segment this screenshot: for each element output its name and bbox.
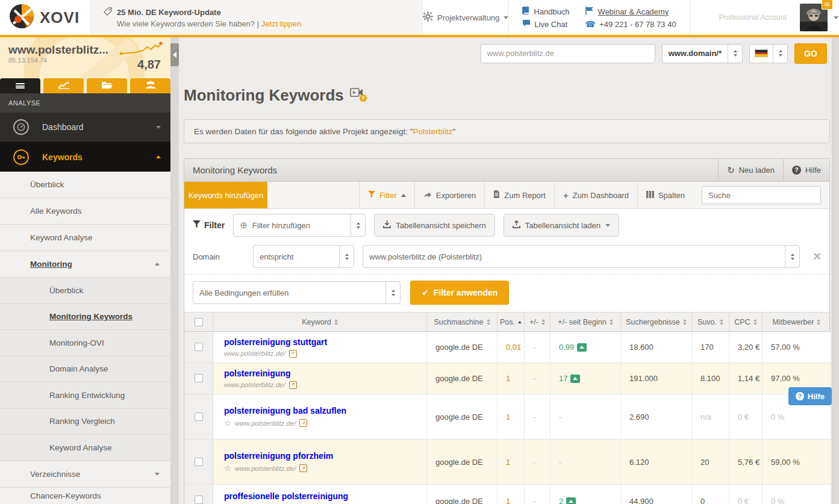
external-link-icon[interactable]: ↗ bbox=[289, 381, 297, 389]
row-checkbox[interactable] bbox=[195, 412, 203, 421]
col-suvo[interactable]: Suvo. bbox=[692, 313, 729, 331]
col-suchergebnisse[interactable]: Suchergebnisse bbox=[621, 313, 692, 331]
sidebar-item-monitoring-keyword-analyse[interactable]: Keyword Analyse bbox=[0, 435, 170, 461]
filter-toggle-button[interactable]: Filter bbox=[359, 182, 414, 208]
sidebar-item-alle-keywords[interactable]: Alle Keywords bbox=[0, 198, 170, 225]
star-icon[interactable]: ☆ bbox=[224, 418, 231, 428]
spinner-arrows-icon[interactable] bbox=[339, 246, 354, 267]
export-button[interactable]: Exportieren bbox=[414, 182, 484, 208]
keyword-link[interactable]: proffesionelle polsterreinigung bbox=[224, 491, 348, 501]
sort-icon bbox=[817, 319, 820, 325]
external-link-icon[interactable]: ↗ bbox=[299, 464, 307, 472]
save-table-view-button[interactable]: Tabellenansicht speichern bbox=[374, 214, 495, 237]
domain-pattern-select[interactable]: www.domain/* bbox=[662, 44, 743, 63]
account-chevron-down-icon[interactable] bbox=[834, 16, 838, 19]
col-cpc[interactable]: CPC bbox=[729, 313, 763, 331]
sidebar-section-analyse: ANALYSE bbox=[0, 93, 170, 113]
col-change[interactable]: +/- bbox=[525, 313, 550, 331]
col-pos[interactable]: Pos. bbox=[497, 313, 525, 331]
live-chat-link[interactable]: Live Chat bbox=[522, 19, 569, 29]
handbuch-link[interactable]: Handbuch bbox=[522, 6, 569, 17]
sidebar-item-ueberblick[interactable]: Überblick bbox=[0, 172, 170, 198]
row-checkbox[interactable] bbox=[195, 496, 203, 504]
table-search-input[interactable] bbox=[702, 186, 821, 204]
load-table-view-button[interactable]: Tabellenansicht laden bbox=[504, 214, 619, 237]
sidebar-item-keywords[interactable]: Keywords bbox=[0, 142, 170, 172]
panel-title: Monitoring Keywords bbox=[184, 165, 718, 175]
apply-filter-button[interactable]: ✔ Filter anwenden bbox=[410, 281, 509, 305]
announcement-banner: 25 Mio. DE Keyword-Update Wie viele Keyw… bbox=[90, 0, 423, 35]
mail-badge-icon[interactable]: ✉ bbox=[822, 0, 833, 10]
spinner-arrows-icon[interactable] bbox=[351, 214, 365, 236]
sidebar-item-verzeichnisse[interactable]: Verzeichnisse bbox=[0, 461, 170, 488]
col-suchmaschine[interactable]: Suchmaschine bbox=[427, 313, 497, 331]
panel-help-button[interactable]: ? Hilfe bbox=[783, 159, 829, 181]
project-card: www.polsterblitz... 85.13.154.74 4,87 bbox=[0, 37, 170, 78]
keyword-link[interactable]: polsterreinigung stuttgart bbox=[224, 337, 327, 347]
remove-filter-icon[interactable]: × bbox=[813, 250, 821, 263]
sidebar-item-chancen-keywords[interactable]: Chancen-Keywords bbox=[0, 488, 170, 504]
col-since-begin[interactable]: +/- seit Beginn bbox=[550, 313, 621, 331]
spinner-arrows-icon[interactable] bbox=[773, 45, 787, 63]
chart-icon bbox=[58, 81, 70, 92]
to-dashboard-button[interactable]: + Zum Dashboard bbox=[554, 182, 637, 208]
floating-help-button[interactable]: ? Hilfe bbox=[788, 387, 832, 405]
star-icon[interactable]: ☆ bbox=[224, 464, 231, 473]
video-tutorial-icon[interactable]: ? bbox=[350, 87, 363, 100]
tab-projects[interactable] bbox=[87, 78, 127, 93]
gear-icon bbox=[423, 11, 433, 23]
row-checkbox[interactable] bbox=[195, 458, 203, 466]
avatar[interactable]: ✉ bbox=[800, 4, 828, 31]
keyword-link[interactable]: polsterreinigung bad salzuflen bbox=[224, 406, 346, 415]
sidebar-item-monitoring-ovi[interactable]: Monitoring-OVI bbox=[0, 330, 170, 356]
announcement-link[interactable]: Jetzt tippen bbox=[261, 19, 302, 28]
spinner-arrows-icon[interactable] bbox=[728, 45, 742, 63]
col-keyword[interactable]: Keyword bbox=[213, 313, 427, 331]
domain-search-input[interactable] bbox=[481, 44, 655, 63]
webinar-academy-link[interactable]: Webinar & Academy bbox=[585, 6, 676, 17]
announcement-title: 25 Mio. DE Keyword-Update bbox=[117, 8, 221, 17]
keyword-link[interactable]: polsterreinigung pforzheim bbox=[224, 451, 333, 461]
funnel-icon bbox=[368, 191, 375, 200]
conditions-select[interactable]: Alle Bedingungen erfüllen bbox=[193, 281, 401, 304]
phone-number[interactable]: ☎ +49 221 - 67 78 73 40 bbox=[585, 19, 676, 29]
external-link-icon[interactable]: ↗ bbox=[289, 350, 297, 358]
spinner-arrows-icon[interactable] bbox=[785, 246, 799, 267]
to-report-button[interactable]: Zum Report bbox=[484, 182, 554, 208]
sidebar-item-dashboard[interactable]: Dashboard bbox=[0, 113, 170, 142]
sidebar-item-domain-analyse[interactable]: Domain Analyse bbox=[0, 356, 170, 383]
row-checkbox[interactable] bbox=[195, 343, 203, 351]
sidebar-item-keyword-analyse[interactable]: Keyword Analyse bbox=[0, 225, 170, 251]
add-filter-select[interactable]: ⊕ Filter hinzufügen bbox=[233, 214, 366, 237]
keyword-link[interactable]: polsterreinigung bbox=[224, 369, 290, 378]
plus-circle-icon: ⊕ bbox=[240, 220, 248, 231]
projektverwaltung-menu[interactable]: Projektverwaltung bbox=[423, 11, 508, 23]
chevron-down-icon bbox=[605, 224, 610, 227]
go-button[interactable]: GO bbox=[794, 43, 827, 64]
tab-users[interactable] bbox=[130, 78, 170, 93]
sidebar-item-ranking-entwicklung[interactable]: Ranking Entwicklung bbox=[0, 382, 170, 409]
vertical-scrollbar[interactable] bbox=[832, 37, 839, 504]
operator-select[interactable]: entspricht bbox=[253, 245, 354, 268]
xovi-logo[interactable]: XOVI bbox=[0, 3, 90, 32]
chevron-left-icon bbox=[173, 52, 176, 58]
tab-menu[interactable] bbox=[0, 78, 40, 93]
sidebar-collapse-handle[interactable] bbox=[170, 43, 179, 66]
sidebar-item-monitoring-ueberblick[interactable]: Überblick bbox=[0, 278, 170, 304]
sidebar-item-monitoring[interactable]: Monitoring bbox=[0, 251, 170, 278]
sort-icon bbox=[753, 319, 757, 325]
columns-button[interactable]: Spalten bbox=[637, 182, 693, 208]
sidebar-item-ranking-vergleich[interactable]: Ranking Vergleich bbox=[0, 409, 170, 435]
external-link-icon[interactable]: ↗ bbox=[299, 419, 307, 427]
row-checkbox[interactable] bbox=[195, 374, 203, 382]
domain-value-select[interactable]: www.polsterblitz.de (Polsterblitz) bbox=[363, 245, 800, 268]
select-all-checkbox[interactable] bbox=[195, 318, 203, 326]
tab-charts[interactable] bbox=[43, 78, 84, 93]
country-select[interactable] bbox=[749, 44, 788, 63]
add-keywords-button[interactable]: Keywords hinzufügen bbox=[184, 182, 267, 208]
spinner-arrows-icon[interactable] bbox=[385, 282, 400, 303]
col-mitbewerber[interactable]: Mitbewerber bbox=[763, 313, 831, 331]
sidebar-item-monitoring-keywords[interactable]: Monitoring Keywords bbox=[0, 304, 170, 331]
reload-button[interactable]: ↻ Neu laden bbox=[718, 159, 783, 181]
users-icon bbox=[145, 81, 157, 92]
